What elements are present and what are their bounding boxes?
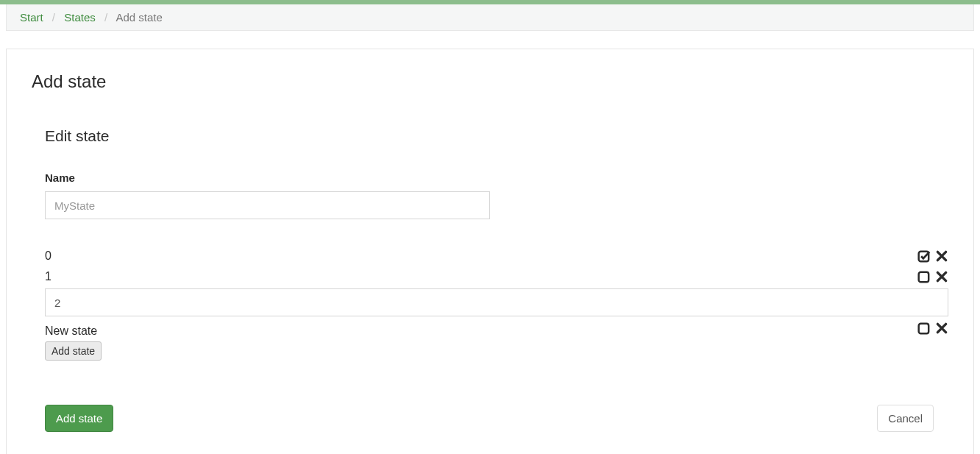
section-title: Edit state xyxy=(45,127,948,145)
breadcrumb-start[interactable]: Start xyxy=(20,11,43,24)
close-icon[interactable] xyxy=(935,270,948,283)
svg-rect-2 xyxy=(919,324,929,334)
breadcrumb-current: Add state xyxy=(116,11,162,24)
new-state-label: New state xyxy=(45,324,97,338)
svg-rect-1 xyxy=(919,272,929,283)
add-state-inline-button[interactable]: Add state xyxy=(45,341,102,361)
state-row: 1 xyxy=(45,266,948,287)
name-input[interactable] xyxy=(45,191,490,219)
state-value: 1 xyxy=(45,270,52,283)
breadcrumb-separator: / xyxy=(52,11,55,24)
state-row-editing xyxy=(45,288,948,316)
state-value-input[interactable] xyxy=(45,288,948,316)
name-label: Name xyxy=(45,171,948,184)
breadcrumb-states[interactable]: States xyxy=(64,11,96,24)
submit-button[interactable]: Add state xyxy=(45,405,113,432)
state-value: 0 xyxy=(45,249,52,263)
cancel-button[interactable]: Cancel xyxy=(877,405,934,432)
check-square-icon[interactable] xyxy=(917,249,931,263)
page-title: Add state xyxy=(32,71,948,92)
breadcrumb: Start / States / Add state xyxy=(6,4,974,31)
close-icon[interactable] xyxy=(935,322,948,335)
breadcrumb-separator: / xyxy=(104,11,107,24)
footer-actions: Add state Cancel xyxy=(32,405,948,432)
main-panel: Add state Edit state Name 0 xyxy=(6,49,974,454)
states-list: 0 xyxy=(45,246,948,361)
state-row: 0 xyxy=(45,246,948,266)
square-icon[interactable] xyxy=(917,322,931,335)
close-icon[interactable] xyxy=(935,249,948,263)
square-icon[interactable] xyxy=(917,270,931,283)
new-state-row: New state xyxy=(45,318,948,338)
